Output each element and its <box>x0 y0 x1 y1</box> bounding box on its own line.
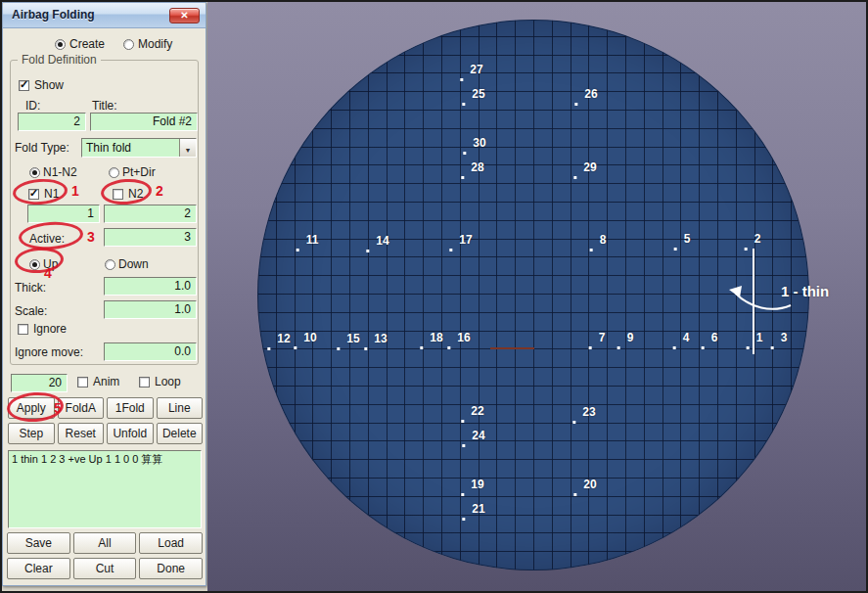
onefold-button[interactable]: 1Fold <box>107 397 154 419</box>
ignore-checkbox[interactable] <box>18 324 28 335</box>
n2-checkbox-label: N2 <box>128 187 143 201</box>
down-radio-label: Down <box>118 257 149 271</box>
anim-checkbox[interactable] <box>77 377 88 388</box>
close-icon: ✕ <box>180 10 188 21</box>
clear-button[interactable]: Clear <box>7 558 70 579</box>
screenshot-root: Airbag Folding ✕ Create Modify Fold Defi… <box>0 0 868 593</box>
fold-annotation-label: 1 - thin <box>781 283 829 299</box>
ignore-checkbox-label: Ignore <box>33 322 67 336</box>
modify-radio-label: Modify <box>138 37 172 51</box>
scale-label: Scale: <box>15 304 47 318</box>
3d-viewport[interactable]: 2725263028291114178521210151318167946132… <box>207 2 866 591</box>
anim-steps-field[interactable]: 20 <box>11 374 68 392</box>
active-field[interactable]: 3 <box>104 228 197 247</box>
fold-type-select[interactable]: Thin fold <box>81 138 197 158</box>
create-radio[interactable] <box>55 39 66 50</box>
fold-action-row-2: Step Reset Unfold Delete <box>8 423 203 445</box>
title-label: Title: <box>92 99 117 113</box>
dialog-title: Airbag Folding <box>3 3 95 27</box>
apply-button[interactable]: Apply <box>8 397 55 419</box>
loop-checkbox[interactable] <box>139 377 150 388</box>
thick-label: Thick: <box>15 281 46 295</box>
center-fold-mark <box>490 347 534 349</box>
active-label: Active: <box>29 232 65 246</box>
n1-checkbox[interactable] <box>28 189 39 200</box>
id-field[interactable]: 2 <box>18 113 86 131</box>
up-radio-label: Up <box>43 257 58 271</box>
ptdir-radio[interactable] <box>109 167 119 178</box>
loop-checkbox-label: Loop <box>155 375 181 388</box>
dropdown-arrow-icon[interactable] <box>179 139 196 157</box>
down-radio[interactable] <box>105 259 115 270</box>
thick-field[interactable]: 1.0 <box>104 277 197 296</box>
folda-button[interactable]: FoldA <box>58 397 105 419</box>
fold-line <box>753 249 754 354</box>
all-button[interactable]: All <box>73 532 137 554</box>
fold-action-row-1: Apply FoldA 1Fold Line <box>8 397 203 420</box>
n2-checkbox[interactable] <box>113 189 123 200</box>
unfold-button[interactable]: Unfold <box>107 423 154 444</box>
ignore-move-field[interactable]: 0.0 <box>104 342 197 361</box>
done-button[interactable]: Done <box>139 558 203 579</box>
load-button[interactable]: Load <box>139 532 203 554</box>
modify-radio[interactable] <box>123 39 134 50</box>
fold-type-label: Fold Type: <box>15 141 69 155</box>
fold-type-value: Thin fold <box>82 139 179 157</box>
n2-field[interactable]: 2 <box>104 205 197 223</box>
airbag-mesh <box>257 20 809 570</box>
id-label: ID: <box>25 99 40 113</box>
n1-checkbox-label: N1 <box>44 187 59 201</box>
ignore-move-label: Ignore move: <box>15 345 83 359</box>
create-radio-label: Create <box>69 37 105 51</box>
scale-field[interactable]: 1.0 <box>104 300 197 319</box>
cut-button[interactable]: Cut <box>73 558 137 579</box>
title-field[interactable]: Fold #2 <box>90 113 198 131</box>
n1n2-radio[interactable] <box>29 167 40 178</box>
line-button[interactable]: Line <box>157 397 204 419</box>
save-button[interactable]: Save <box>7 532 70 554</box>
dialog-titlebar[interactable]: Airbag Folding ✕ <box>3 3 206 28</box>
up-radio[interactable] <box>29 259 40 270</box>
file-action-row-1: Save All Load <box>7 532 203 555</box>
fold-definition-group-label: Fold Definition <box>18 53 101 67</box>
ptdir-radio-label: Pt+Dir <box>122 165 156 179</box>
show-checkbox-label: Show <box>34 78 64 92</box>
fold-history-list[interactable]: 1 thin 1 2 3 +ve Up 1 1 0 0 算算 <box>8 450 202 528</box>
n1n2-radio-label: N1-N2 <box>43 165 77 179</box>
delete-button[interactable]: Delete <box>157 423 204 444</box>
file-action-row-2: Clear Cut Done <box>7 558 203 580</box>
n1-field[interactable]: 1 <box>27 205 100 223</box>
step-button[interactable]: Step <box>8 423 55 444</box>
reset-button[interactable]: Reset <box>58 423 105 444</box>
fold-history-entry: 1 thin 1 2 3 +ve Up 1 1 0 0 算算 <box>12 453 162 465</box>
airbag-folding-dialog: Airbag Folding ✕ Create Modify Fold Defi… <box>2 2 206 586</box>
anim-checkbox-label: Anim <box>93 375 119 388</box>
show-checkbox[interactable] <box>19 80 29 91</box>
close-button[interactable]: ✕ <box>169 8 200 23</box>
